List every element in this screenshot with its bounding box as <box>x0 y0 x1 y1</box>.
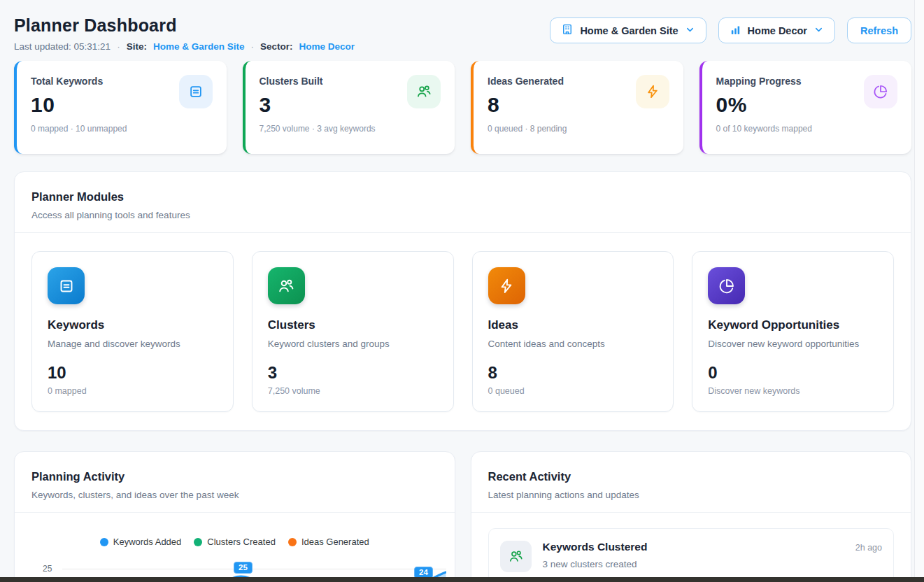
recent-activity-panel: Recent Activity Latest planning actions … <box>471 451 912 582</box>
legend-dot-green <box>194 538 202 546</box>
section-title: Planner Modules <box>31 190 894 204</box>
section-subtitle: Latest planning actions and updates <box>488 490 895 500</box>
stat-sub: 0 mapped · 10 unmapped <box>31 124 213 134</box>
legend-item-ideas-generated[interactable]: Ideas Generated <box>288 537 369 547</box>
stat-card-total-keywords[interactable]: Total Keywords 10 0 mapped · 10 unmapped <box>14 61 227 154</box>
document-icon <box>48 267 85 304</box>
divider <box>15 512 455 513</box>
legend-label: Keywords Added <box>113 537 182 547</box>
pie-chart-icon <box>864 75 897 108</box>
last-updated-text: Last updated: 05:31:21 <box>14 41 111 52</box>
planner-modules-panel: Planner Modules Access all planning tool… <box>14 171 911 431</box>
stat-card-clusters-built[interactable]: Clusters Built 3 7,250 volume · 3 avg ke… <box>243 61 455 154</box>
module-description: Keyword clusters and groups <box>268 339 438 349</box>
stat-cards-row: Total Keywords 10 0 mapped · 10 unmapped… <box>14 61 911 154</box>
section-subtitle: Access all planning tools and features <box>31 210 894 220</box>
legend-label: Clusters Created <box>207 537 276 547</box>
page-title: Planner Dashboard <box>14 15 355 36</box>
module-sub: Discover new keywords <box>708 386 878 396</box>
bottom-edge-bar <box>0 577 924 582</box>
stat-sub: 0 queued · 8 pending <box>488 124 669 134</box>
planner-dashboard-page: Planner Dashboard Last updated: 05:31:21… <box>0 0 924 582</box>
sector-label: Sector: <box>260 41 293 52</box>
planner-modules-header: Planner Modules Access all planning tool… <box>15 172 911 220</box>
module-description: Manage and discover keywords <box>48 339 218 349</box>
activity-timestamp: 2h ago <box>855 543 882 553</box>
site-selector-dropdown[interactable]: Home & Garden Site <box>550 17 706 43</box>
planning-activity-panel: Planning Activity Keywords, clusters, an… <box>14 451 455 582</box>
header-meta: Last updated: 05:31:21 · Site: Home & Ga… <box>14 41 355 52</box>
section-subtitle: Keywords, clusters, and ideas over the p… <box>31 490 438 500</box>
module-title: Keywords <box>48 318 218 332</box>
site-label: Site: <box>127 41 147 52</box>
module-title: Clusters <box>268 318 438 332</box>
stat-card-ideas-generated[interactable]: Ideas Generated 8 0 queued · 8 pending <box>471 61 683 154</box>
page-scrollbar[interactable] <box>914 0 924 582</box>
module-value: 8 <box>488 363 658 383</box>
recent-activity-header: Recent Activity Latest planning actions … <box>471 452 911 500</box>
bottom-row: Planning Activity Keywords, clusters, an… <box>14 451 911 582</box>
bar-chart-icon <box>730 24 741 38</box>
module-card-keyword-opportunities[interactable]: Keyword Opportunities Discover new keywo… <box>692 251 894 412</box>
pie-chart-icon <box>708 267 745 304</box>
module-card-keywords[interactable]: Keywords Manage and discover keywords 10… <box>31 251 234 412</box>
legend-item-keywords-added[interactable]: Keywords Added <box>100 537 182 547</box>
data-point-label: 25 <box>234 562 253 574</box>
section-title: Planning Activity <box>31 470 438 483</box>
site-selector-value: Home & Garden Site <box>580 25 678 36</box>
users-icon <box>268 267 305 304</box>
stat-sub: 7,250 volume · 3 avg keywords <box>260 124 441 134</box>
header-left: Planner Dashboard Last updated: 05:31:21… <box>14 15 355 52</box>
stat-sub: 0 of 10 keywords mapped <box>716 124 898 134</box>
activity-description: 3 new clusters created <box>543 559 883 569</box>
module-value: 3 <box>268 363 438 383</box>
module-description: Discover new keyword opportunities <box>708 339 878 349</box>
module-sub: 7,250 volume <box>268 386 438 396</box>
lightning-icon <box>636 75 669 108</box>
stat-card-mapping-progress[interactable]: Mapping Progress 0% 0 of 10 keywords map… <box>699 61 912 154</box>
header-actions: Home & Garden Site Home Decor Refresh <box>550 17 911 43</box>
site-link[interactable]: Home & Garden Site <box>153 41 245 52</box>
section-title: Recent Activity <box>488 470 895 483</box>
activity-item-body: Keywords Clustered 2h ago 3 new clusters… <box>543 541 883 569</box>
module-sub: 0 mapped <box>48 386 218 396</box>
legend-item-clusters-created[interactable]: Clusters Created <box>194 537 276 547</box>
legend-label: Ideas Generated <box>301 537 369 547</box>
planning-activity-header: Planning Activity Keywords, clusters, an… <box>15 452 455 500</box>
activity-title: Keywords Clustered <box>543 541 648 553</box>
document-icon <box>179 75 213 108</box>
legend-dot-blue <box>100 538 108 546</box>
meta-separator: · <box>117 41 120 52</box>
module-card-clusters[interactable]: Clusters Keyword clusters and groups 3 7… <box>252 251 454 412</box>
module-sub: 0 queued <box>488 386 658 396</box>
sector-selector-dropdown[interactable]: Home Decor <box>718 17 835 43</box>
modules-grid: Keywords Manage and discover keywords 10… <box>15 233 911 430</box>
page-header: Planner Dashboard Last updated: 05:31:21… <box>14 15 911 52</box>
module-description: Content ideas and concepts <box>488 339 658 349</box>
module-value: 10 <box>48 363 218 383</box>
refresh-button[interactable]: Refresh <box>847 17 911 43</box>
sector-link[interactable]: Home Decor <box>299 41 355 52</box>
chevron-down-icon <box>813 24 824 37</box>
lightning-icon <box>488 267 525 304</box>
building-icon <box>561 23 574 38</box>
module-value: 0 <box>708 363 878 383</box>
users-icon <box>407 75 441 108</box>
users-icon <box>500 541 532 572</box>
y-axis-tick: 25 <box>43 564 52 574</box>
divider <box>471 512 911 513</box>
chart-legend: Keywords Added Clusters Created Ideas Ge… <box>15 537 455 547</box>
meta-separator: · <box>250 41 254 52</box>
sector-selector-value: Home Decor <box>748 25 807 36</box>
module-title: Keyword Opportunities <box>708 318 878 332</box>
legend-dot-orange <box>288 538 297 546</box>
module-title: Ideas <box>488 318 658 332</box>
activity-item-keywords-clustered[interactable]: Keywords Clustered 2h ago 3 new clusters… <box>488 528 895 582</box>
module-card-ideas[interactable]: Ideas Content ideas and concepts 8 0 que… <box>472 251 674 412</box>
chevron-down-icon <box>685 24 695 37</box>
